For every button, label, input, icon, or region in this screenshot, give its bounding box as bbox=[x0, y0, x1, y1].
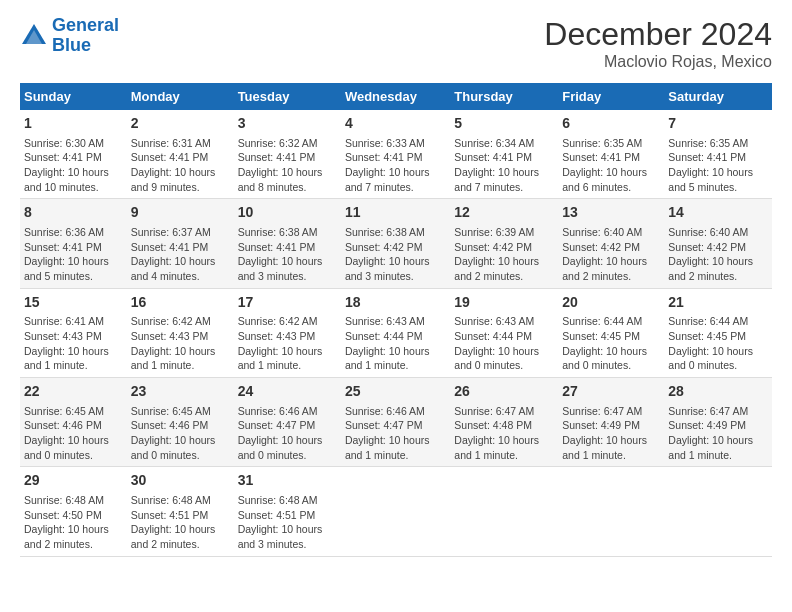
day-number: 24 bbox=[238, 382, 337, 402]
day-info: Sunrise: 6:45 AM Sunset: 4:46 PM Dayligh… bbox=[131, 404, 230, 463]
day-number: 31 bbox=[238, 471, 337, 491]
day-cell: 16Sunrise: 6:42 AM Sunset: 4:43 PM Dayli… bbox=[127, 288, 234, 377]
day-number: 30 bbox=[131, 471, 230, 491]
day-cell: 3Sunrise: 6:32 AM Sunset: 4:41 PM Daylig… bbox=[234, 110, 341, 199]
day-number: 1 bbox=[24, 114, 123, 134]
day-info: Sunrise: 6:39 AM Sunset: 4:42 PM Dayligh… bbox=[454, 225, 554, 284]
day-cell: 27Sunrise: 6:47 AM Sunset: 4:49 PM Dayli… bbox=[558, 378, 664, 467]
calendar-header: SundayMondayTuesdayWednesdayThursdayFrid… bbox=[20, 83, 772, 110]
day-cell bbox=[450, 467, 558, 556]
day-cell: 4Sunrise: 6:33 AM Sunset: 4:41 PM Daylig… bbox=[341, 110, 450, 199]
day-number: 19 bbox=[454, 293, 554, 313]
day-info: Sunrise: 6:48 AM Sunset: 4:51 PM Dayligh… bbox=[238, 493, 337, 552]
day-number: 18 bbox=[345, 293, 446, 313]
day-cell: 11Sunrise: 6:38 AM Sunset: 4:42 PM Dayli… bbox=[341, 199, 450, 288]
col-header-monday: Monday bbox=[127, 83, 234, 110]
day-info: Sunrise: 6:35 AM Sunset: 4:41 PM Dayligh… bbox=[562, 136, 660, 195]
col-header-saturday: Saturday bbox=[664, 83, 772, 110]
week-row-3: 15Sunrise: 6:41 AM Sunset: 4:43 PM Dayli… bbox=[20, 288, 772, 377]
day-info: Sunrise: 6:30 AM Sunset: 4:41 PM Dayligh… bbox=[24, 136, 123, 195]
day-info: Sunrise: 6:43 AM Sunset: 4:44 PM Dayligh… bbox=[454, 314, 554, 373]
day-cell: 20Sunrise: 6:44 AM Sunset: 4:45 PM Dayli… bbox=[558, 288, 664, 377]
day-number: 12 bbox=[454, 203, 554, 223]
page-header: General Blue December 2024 Maclovio Roja… bbox=[20, 16, 772, 71]
day-info: Sunrise: 6:35 AM Sunset: 4:41 PM Dayligh… bbox=[668, 136, 768, 195]
day-number: 3 bbox=[238, 114, 337, 134]
month-title: December 2024 bbox=[544, 16, 772, 53]
day-info: Sunrise: 6:37 AM Sunset: 4:41 PM Dayligh… bbox=[131, 225, 230, 284]
calendar-table: SundayMondayTuesdayWednesdayThursdayFrid… bbox=[20, 83, 772, 557]
day-info: Sunrise: 6:40 AM Sunset: 4:42 PM Dayligh… bbox=[668, 225, 768, 284]
title-block: December 2024 Maclovio Rojas, Mexico bbox=[544, 16, 772, 71]
week-row-5: 29Sunrise: 6:48 AM Sunset: 4:50 PM Dayli… bbox=[20, 467, 772, 556]
day-number: 22 bbox=[24, 382, 123, 402]
day-cell: 28Sunrise: 6:47 AM Sunset: 4:49 PM Dayli… bbox=[664, 378, 772, 467]
day-cell: 21Sunrise: 6:44 AM Sunset: 4:45 PM Dayli… bbox=[664, 288, 772, 377]
day-cell: 23Sunrise: 6:45 AM Sunset: 4:46 PM Dayli… bbox=[127, 378, 234, 467]
location-title: Maclovio Rojas, Mexico bbox=[544, 53, 772, 71]
day-number: 2 bbox=[131, 114, 230, 134]
day-number: 10 bbox=[238, 203, 337, 223]
week-row-4: 22Sunrise: 6:45 AM Sunset: 4:46 PM Dayli… bbox=[20, 378, 772, 467]
day-cell bbox=[664, 467, 772, 556]
col-header-thursday: Thursday bbox=[450, 83, 558, 110]
col-header-friday: Friday bbox=[558, 83, 664, 110]
day-cell: 8Sunrise: 6:36 AM Sunset: 4:41 PM Daylig… bbox=[20, 199, 127, 288]
day-info: Sunrise: 6:48 AM Sunset: 4:51 PM Dayligh… bbox=[131, 493, 230, 552]
day-number: 27 bbox=[562, 382, 660, 402]
day-number: 15 bbox=[24, 293, 123, 313]
day-info: Sunrise: 6:40 AM Sunset: 4:42 PM Dayligh… bbox=[562, 225, 660, 284]
day-number: 28 bbox=[668, 382, 768, 402]
day-cell: 2Sunrise: 6:31 AM Sunset: 4:41 PM Daylig… bbox=[127, 110, 234, 199]
logo-text: General Blue bbox=[52, 16, 119, 56]
day-number: 21 bbox=[668, 293, 768, 313]
day-cell: 19Sunrise: 6:43 AM Sunset: 4:44 PM Dayli… bbox=[450, 288, 558, 377]
day-number: 5 bbox=[454, 114, 554, 134]
day-number: 4 bbox=[345, 114, 446, 134]
day-info: Sunrise: 6:41 AM Sunset: 4:43 PM Dayligh… bbox=[24, 314, 123, 373]
day-info: Sunrise: 6:36 AM Sunset: 4:41 PM Dayligh… bbox=[24, 225, 123, 284]
day-number: 17 bbox=[238, 293, 337, 313]
day-cell: 25Sunrise: 6:46 AM Sunset: 4:47 PM Dayli… bbox=[341, 378, 450, 467]
day-info: Sunrise: 6:44 AM Sunset: 4:45 PM Dayligh… bbox=[668, 314, 768, 373]
day-cell: 1Sunrise: 6:30 AM Sunset: 4:41 PM Daylig… bbox=[20, 110, 127, 199]
day-info: Sunrise: 6:47 AM Sunset: 4:49 PM Dayligh… bbox=[668, 404, 768, 463]
logo: General Blue bbox=[20, 16, 119, 56]
day-cell: 24Sunrise: 6:46 AM Sunset: 4:47 PM Dayli… bbox=[234, 378, 341, 467]
day-number: 7 bbox=[668, 114, 768, 134]
day-cell: 18Sunrise: 6:43 AM Sunset: 4:44 PM Dayli… bbox=[341, 288, 450, 377]
day-number: 26 bbox=[454, 382, 554, 402]
col-header-tuesday: Tuesday bbox=[234, 83, 341, 110]
day-cell: 14Sunrise: 6:40 AM Sunset: 4:42 PM Dayli… bbox=[664, 199, 772, 288]
day-cell bbox=[558, 467, 664, 556]
day-number: 14 bbox=[668, 203, 768, 223]
day-cell: 29Sunrise: 6:48 AM Sunset: 4:50 PM Dayli… bbox=[20, 467, 127, 556]
day-info: Sunrise: 6:38 AM Sunset: 4:42 PM Dayligh… bbox=[345, 225, 446, 284]
day-number: 11 bbox=[345, 203, 446, 223]
day-info: Sunrise: 6:46 AM Sunset: 4:47 PM Dayligh… bbox=[238, 404, 337, 463]
day-info: Sunrise: 6:44 AM Sunset: 4:45 PM Dayligh… bbox=[562, 314, 660, 373]
day-number: 6 bbox=[562, 114, 660, 134]
day-info: Sunrise: 6:42 AM Sunset: 4:43 PM Dayligh… bbox=[238, 314, 337, 373]
day-cell: 7Sunrise: 6:35 AM Sunset: 4:41 PM Daylig… bbox=[664, 110, 772, 199]
day-info: Sunrise: 6:34 AM Sunset: 4:41 PM Dayligh… bbox=[454, 136, 554, 195]
day-cell: 9Sunrise: 6:37 AM Sunset: 4:41 PM Daylig… bbox=[127, 199, 234, 288]
col-header-sunday: Sunday bbox=[20, 83, 127, 110]
col-header-wednesday: Wednesday bbox=[341, 83, 450, 110]
day-cell: 5Sunrise: 6:34 AM Sunset: 4:41 PM Daylig… bbox=[450, 110, 558, 199]
day-info: Sunrise: 6:42 AM Sunset: 4:43 PM Dayligh… bbox=[131, 314, 230, 373]
day-cell bbox=[341, 467, 450, 556]
day-number: 13 bbox=[562, 203, 660, 223]
day-number: 20 bbox=[562, 293, 660, 313]
day-info: Sunrise: 6:45 AM Sunset: 4:46 PM Dayligh… bbox=[24, 404, 123, 463]
week-row-1: 1Sunrise: 6:30 AM Sunset: 4:41 PM Daylig… bbox=[20, 110, 772, 199]
day-number: 25 bbox=[345, 382, 446, 402]
day-info: Sunrise: 6:38 AM Sunset: 4:41 PM Dayligh… bbox=[238, 225, 337, 284]
day-number: 8 bbox=[24, 203, 123, 223]
day-number: 23 bbox=[131, 382, 230, 402]
day-info: Sunrise: 6:48 AM Sunset: 4:50 PM Dayligh… bbox=[24, 493, 123, 552]
day-cell: 13Sunrise: 6:40 AM Sunset: 4:42 PM Dayli… bbox=[558, 199, 664, 288]
day-cell: 30Sunrise: 6:48 AM Sunset: 4:51 PM Dayli… bbox=[127, 467, 234, 556]
day-info: Sunrise: 6:31 AM Sunset: 4:41 PM Dayligh… bbox=[131, 136, 230, 195]
day-cell: 10Sunrise: 6:38 AM Sunset: 4:41 PM Dayli… bbox=[234, 199, 341, 288]
